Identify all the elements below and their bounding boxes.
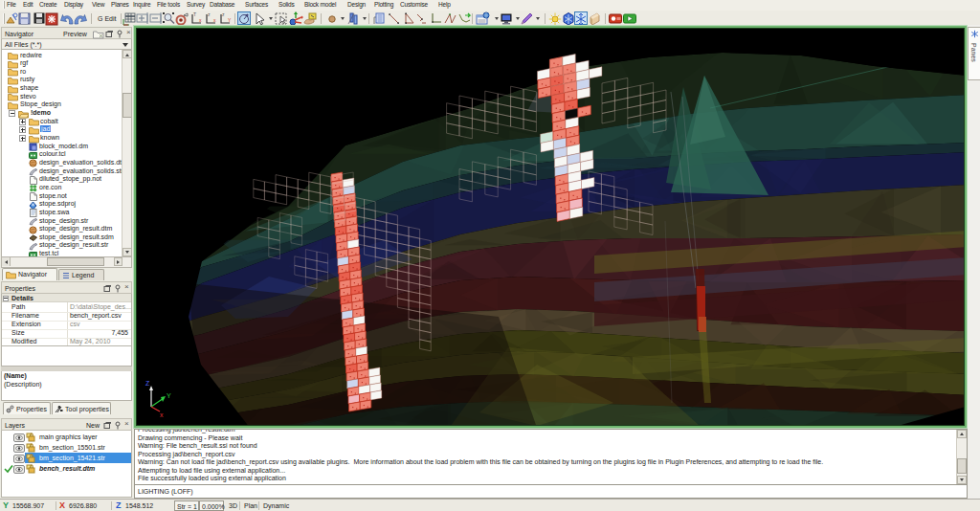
svg-text:Z: Z xyxy=(145,380,150,387)
svg-text:Y: Y xyxy=(228,17,232,23)
svg-text:T: T xyxy=(193,11,196,17)
svg-text:z: z xyxy=(208,11,211,17)
svg-text:x: x xyxy=(199,17,202,23)
svg-text:x: x xyxy=(160,411,164,418)
svg-text:z: z xyxy=(222,11,225,17)
svg-text:x: x xyxy=(213,17,216,23)
svg-text:Y: Y xyxy=(167,392,171,399)
